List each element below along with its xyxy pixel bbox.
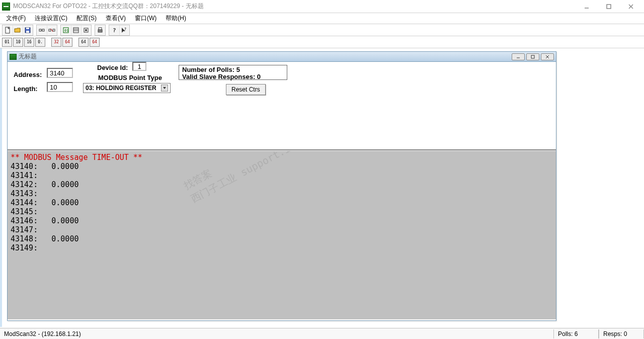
data-row: 43147:: [11, 225, 553, 234]
mdi-child-window: 无标题 Address: Length: Device Id: MODBUS P…: [7, 51, 556, 321]
window-title: MODSCAN32 For OPTO22 - 工控技术交流QQ群：2071492…: [13, 2, 204, 11]
svg-rect-23: [98, 30, 102, 32]
fmt-hex-icon[interactable]: 16: [24, 38, 34, 47]
print-icon[interactable]: [95, 25, 105, 35]
svg-rect-8: [26, 31, 29, 33]
show-data-icon[interactable]: [71, 25, 81, 35]
menu-connect[interactable]: 连接设置(C): [33, 13, 69, 24]
form-panel: Address: Length: Device Id: MODBUS Point…: [8, 62, 556, 150]
data-row: 43143:: [11, 189, 553, 198]
svg-rect-14: [53, 29, 55, 31]
status-polls: Polls: 6: [553, 329, 599, 338]
svg-rect-1: [607, 5, 611, 9]
mdi-minimize-button[interactable]: [512, 53, 525, 60]
svg-rect-29: [531, 55, 534, 58]
fmt-ext1-icon[interactable]: 64: [78, 38, 89, 47]
svg-rect-11: [42, 29, 44, 31]
fmt-swap2-icon[interactable]: 64: [62, 38, 72, 47]
data-row: 43144: 0.0000: [11, 198, 553, 207]
menu-file[interactable]: 文件(F): [4, 13, 28, 24]
open-icon[interactable]: [13, 25, 23, 35]
mdi-title-text: 无标题: [19, 52, 37, 61]
connect-icon[interactable]: [37, 25, 47, 35]
data-row: 43149:: [11, 243, 553, 252]
fmt-binary-icon[interactable]: 01: [2, 38, 12, 47]
mdi-client-area: 无标题 Address: Length: Device Id: MODBUS P…: [0, 48, 644, 327]
svg-text:?: ?: [113, 27, 116, 34]
svg-rect-13: [49, 29, 51, 31]
mdi-close-button[interactable]: [541, 53, 554, 60]
polls-label: Number of Polls:: [182, 66, 234, 73]
device-id-input[interactable]: [132, 62, 146, 71]
svg-line-15: [51, 29, 53, 32]
menu-window[interactable]: 窗口(W): [133, 13, 158, 24]
svg-rect-24: [99, 28, 102, 30]
menu-view[interactable]: 查看(V): [104, 13, 128, 24]
close-button[interactable]: [620, 1, 642, 13]
svg-rect-18: [73, 28, 78, 33]
svg-marker-6: [15, 28, 20, 32]
mdi-app-icon: [10, 54, 17, 60]
whatsthis-icon[interactable]: ?: [119, 25, 129, 35]
data-row: 43141:: [11, 171, 553, 180]
disconnect-icon[interactable]: [47, 25, 57, 35]
svg-marker-32: [163, 87, 166, 89]
new-icon[interactable]: [3, 25, 13, 35]
maximize-button[interactable]: [598, 1, 620, 13]
app-icon: [2, 3, 10, 11]
data-def-icon[interactable]: 01: [61, 25, 71, 35]
length-input[interactable]: [47, 82, 73, 92]
minimize-button[interactable]: [576, 1, 598, 13]
fmt-float-icon[interactable]: 0.: [35, 38, 45, 47]
address-input[interactable]: [47, 68, 73, 78]
reset-counters-button[interactable]: Reset Ctrs: [226, 84, 266, 95]
toolbar-main: 01 ? ?: [0, 24, 644, 36]
mdi-titlebar[interactable]: 无标题: [8, 52, 556, 62]
length-label: Length:: [14, 85, 38, 93]
responses-label: Valid Slave Responses:: [182, 73, 255, 80]
menu-config[interactable]: 配置(S): [74, 13, 99, 24]
fmt-ext2-icon[interactable]: 64: [90, 38, 100, 47]
point-type-label: MODBUS Point Type: [98, 74, 162, 81]
data-row: 43140: 0.0000: [11, 162, 553, 171]
data-row: 43148: 0.0000: [11, 234, 553, 243]
status-connection: ModScan32 - (192.168.1.21): [0, 329, 85, 338]
status-bar: ModScan32 - (192.168.1.21) Polls: 6 Resp…: [0, 328, 644, 339]
data-row: 43145:: [11, 207, 553, 216]
menu-help[interactable]: 帮助(H): [164, 13, 188, 24]
window-controls: [576, 1, 642, 13]
svg-point-22: [85, 29, 87, 31]
help-icon[interactable]: ?: [109, 25, 119, 35]
svg-rect-9: [26, 28, 29, 29]
menu-bar: 文件(F) 连接设置(C) 配置(S) 查看(V) 窗口(W) 帮助(H): [0, 13, 644, 24]
svg-text:?: ?: [124, 27, 126, 31]
fmt-swap1-icon[interactable]: 32: [51, 38, 61, 47]
toolbar-format: 01 10 16 0. 32 64 64 64: [0, 36, 644, 48]
responses-value: 0: [257, 73, 261, 80]
data-display-area: ** MODBUS Message TIME-OUT ** 43140: 0.0…: [8, 150, 556, 319]
mdi-maximize-button[interactable]: [526, 53, 539, 60]
point-type-value: 03: HOLDING REGISTER: [86, 84, 156, 92]
svg-text:01: 01: [64, 29, 68, 33]
fmt-decimal-icon[interactable]: 10: [13, 38, 23, 47]
show-traffic-icon[interactable]: [81, 25, 91, 35]
polls-value: 5: [236, 66, 240, 73]
error-message: ** MODBUS Message TIME-OUT **: [11, 153, 553, 162]
point-type-select[interactable]: 03: HOLDING REGISTER: [83, 83, 171, 93]
save-icon[interactable]: [23, 25, 33, 35]
data-row: 43146: 0.0000: [11, 216, 553, 225]
window-titlebar: MODSCAN32 For OPTO22 - 工控技术交流QQ群：2071492…: [0, 0, 644, 13]
data-row: 43142: 0.0000: [11, 180, 553, 189]
address-label: Address:: [14, 71, 42, 78]
chevron-down-icon: [161, 84, 168, 92]
status-resps: Resps: 0: [599, 329, 644, 338]
poll-status-box: Number of Polls: 5 Valid Slave Responses…: [179, 65, 287, 80]
device-id-label: Device Id:: [97, 64, 128, 71]
svg-rect-10: [39, 29, 41, 31]
